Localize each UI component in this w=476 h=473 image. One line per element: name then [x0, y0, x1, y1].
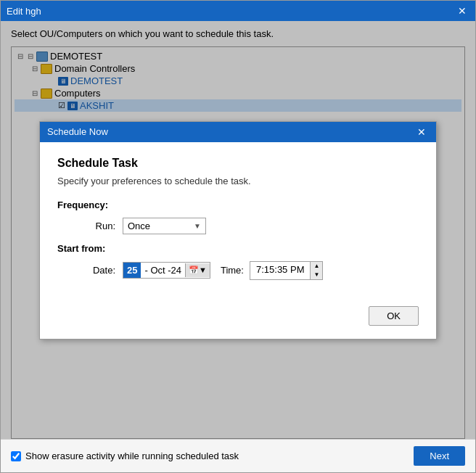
time-input[interactable]: 7:15:35 PM ▲ ▼: [250, 261, 323, 280]
time-label: Time:: [221, 265, 244, 276]
time-value: 7:15:35 PM: [250, 262, 311, 279]
date-month-year: - Oct -24: [141, 263, 185, 278]
window-title: Edit hgh: [7, 6, 41, 17]
show-erasure-checkbox[interactable]: [11, 451, 21, 461]
next-button[interactable]: Next: [414, 446, 465, 466]
schedule-dialog: Schedule Now ✕ Schedule Task Specify you…: [39, 121, 437, 340]
main-content: Select OU/Computers on which you want to…: [1, 21, 475, 439]
start-from-section: Start from: Date: 25 - Oct -24 📅▼ Time:: [57, 243, 419, 280]
window-close-button[interactable]: ✕: [455, 6, 469, 16]
date-input[interactable]: 25 - Oct -24 📅▼: [123, 262, 210, 279]
time-spin-down-button[interactable]: ▼: [311, 271, 322, 279]
frequency-label: Frequency:: [57, 200, 419, 210]
start-from-label: Start from:: [57, 243, 419, 254]
title-bar: Edit hgh ✕: [1, 1, 475, 21]
dialog-title-bar: Schedule Now ✕: [40, 122, 436, 142]
date-time-row: Date: 25 - Oct -24 📅▼ Time: 7:15:35 PM: [57, 261, 419, 280]
dialog-body: Schedule Task Specify your preferences t…: [40, 142, 436, 299]
calendar-button[interactable]: 📅▼: [185, 263, 210, 277]
show-erasure-label: Show erasure activity while running sche…: [25, 451, 239, 461]
dropdown-arrow-icon: ▼: [194, 222, 201, 230]
calendar-icon: 📅▼: [189, 266, 207, 275]
dialog-heading: Schedule Task: [57, 157, 419, 170]
bottom-bar: Show erasure activity while running sche…: [1, 439, 475, 472]
main-window: Edit hgh ✕ Select OU/Computers on which …: [0, 0, 476, 473]
dialog-footer: OK: [40, 299, 436, 339]
run-label: Run:: [57, 221, 115, 231]
modal-overlay: Schedule Now ✕ Schedule Task Specify you…: [1, 21, 475, 439]
dialog-subtext: Specify your preferences to schedule the…: [57, 176, 419, 186]
dialog-close-button[interactable]: ✕: [414, 126, 429, 138]
run-dropdown[interactable]: Once ▼: [123, 218, 206, 234]
run-value: Once: [128, 221, 150, 231]
time-spinner: ▲ ▼: [310, 262, 322, 279]
run-row: Run: Once ▼: [57, 218, 419, 234]
dialog-title: Schedule Now: [47, 126, 108, 137]
ok-button[interactable]: OK: [369, 306, 419, 326]
checkbox-area: Show erasure activity while running sche…: [11, 451, 239, 461]
date-day: 25: [123, 263, 141, 278]
date-label: Date:: [57, 265, 115, 276]
time-spin-up-button[interactable]: ▲: [311, 262, 322, 271]
